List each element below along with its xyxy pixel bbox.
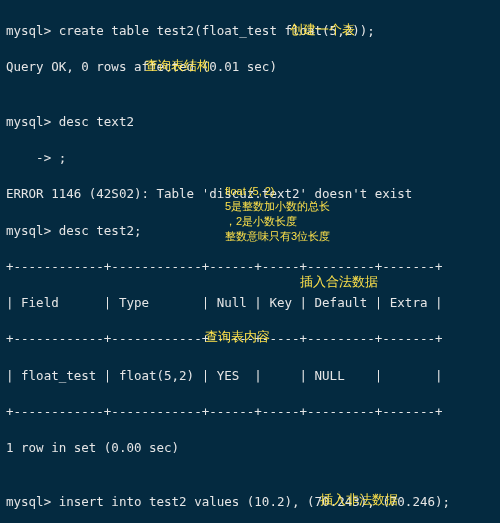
term-line: Query OK, 0 rows affected (0.01 sec) bbox=[6, 58, 494, 76]
annotation-insert-illegal: 插入非法数据 bbox=[320, 491, 398, 509]
term-line: +------------+------------+------+-----+… bbox=[6, 258, 494, 276]
term-line: mysql> insert into test2 values (10.2), … bbox=[6, 493, 494, 511]
terminal[interactable]: mysql> create table test2(float_test flo… bbox=[0, 0, 500, 523]
annotation-desc-struct: 查询表结构 bbox=[145, 57, 210, 75]
annotation-select-content: 查询表内容 bbox=[205, 328, 270, 346]
term-line: mysql> create table test2(float_test flo… bbox=[6, 22, 494, 40]
term-line: | Field | Type | Null | Key | Default | … bbox=[6, 294, 494, 312]
annotation-create-table: 创建一个表 bbox=[290, 21, 355, 39]
annotation-float-line3: ，2是小数长度 bbox=[225, 215, 297, 229]
annotation-float-line1: float (5, 2) bbox=[225, 185, 275, 199]
term-line: mysql> desc text2 bbox=[6, 113, 494, 131]
term-line: 1 row in set (0.00 sec) bbox=[6, 439, 494, 457]
term-line: -> ; bbox=[6, 149, 494, 167]
term-line: +------------+------------+------+-----+… bbox=[6, 403, 494, 421]
term-line: | float_test | float(5,2) | YES | | NULL… bbox=[6, 367, 494, 385]
annotation-float-line4: 整数意味只有3位长度 bbox=[225, 230, 330, 244]
annotation-insert-legal: 插入合法数据 bbox=[300, 273, 378, 291]
annotation-float-line2: 5是整数加小数的总长 bbox=[225, 200, 330, 214]
